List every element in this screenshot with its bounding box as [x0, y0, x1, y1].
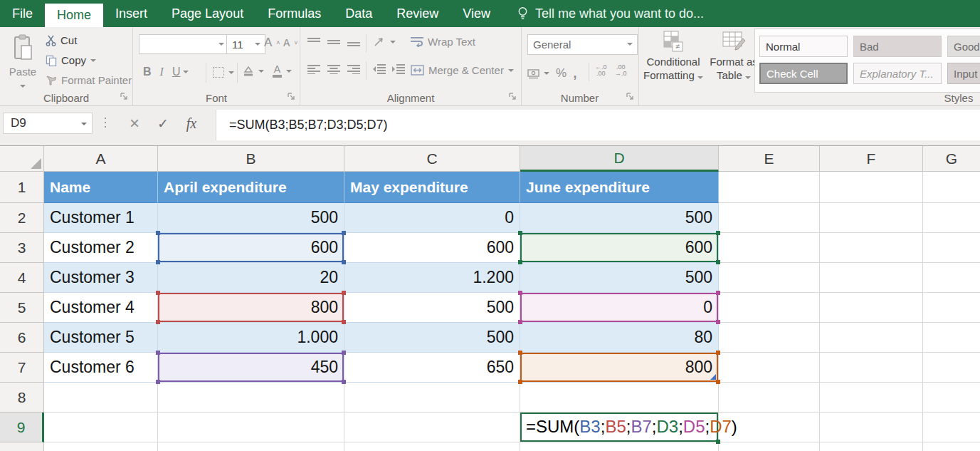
- cell-C3[interactable]: 600: [344, 233, 520, 263]
- cell-D9-editing[interactable]: =SUM( B3 ; B5 ; B7 ; D3 ; D5 ; D7 ): [520, 413, 719, 442]
- row-header-7[interactable]: 7: [0, 353, 44, 383]
- cell-A7[interactable]: Customer 6: [44, 353, 158, 383]
- font-name-combo[interactable]: [139, 34, 229, 54]
- align-right-icon[interactable]: [347, 64, 360, 74]
- cell-F5[interactable]: [820, 293, 923, 323]
- font-size-combo[interactable]: 11: [226, 34, 265, 54]
- row-header-1[interactable]: 1: [0, 172, 44, 203]
- cell-D5-highlighted[interactable]: 0: [520, 293, 719, 323]
- cell-G10[interactable]: [923, 442, 980, 451]
- cell-F1[interactable]: [820, 172, 923, 203]
- cell-G7[interactable]: [923, 353, 980, 383]
- cell-E3[interactable]: [719, 233, 820, 263]
- cell-G9[interactable]: [923, 413, 980, 442]
- row-header-2[interactable]: 2: [0, 203, 44, 233]
- cell-C10[interactable]: [344, 442, 520, 451]
- align-center-icon[interactable]: [327, 64, 340, 74]
- tab-view[interactable]: View: [451, 0, 502, 27]
- cell-C8[interactable]: [344, 383, 520, 413]
- cell-G5[interactable]: [923, 293, 980, 323]
- column-header-C[interactable]: C: [344, 146, 520, 172]
- underline-button[interactable]: U: [172, 66, 181, 78]
- row-header-5[interactable]: 5: [0, 293, 44, 323]
- fill-color-button[interactable]: [243, 66, 264, 77]
- cell-C7[interactable]: 650: [344, 353, 520, 383]
- align-left-icon[interactable]: [307, 64, 320, 74]
- row-header-10[interactable]: 10: [0, 442, 44, 451]
- select-all-corner[interactable]: [0, 146, 44, 172]
- column-header-A[interactable]: A: [44, 146, 158, 172]
- cell-B7-highlighted[interactable]: 450: [158, 353, 344, 383]
- copy-button[interactable]: Copy: [46, 54, 96, 66]
- comma-style-button[interactable]: ,: [573, 66, 576, 81]
- style-good[interactable]: Good: [947, 36, 980, 57]
- cell-F3[interactable]: [820, 233, 923, 263]
- conditional-formatting-button[interactable]: ≠ Conditional Formatting: [641, 30, 705, 82]
- tab-page-layout[interactable]: Page Layout: [159, 0, 255, 27]
- cell-G4[interactable]: [923, 263, 980, 293]
- alignment-dialog-launcher-icon[interactable]: [509, 93, 517, 101]
- cell-A4[interactable]: Customer 3: [44, 263, 158, 293]
- row-header-9[interactable]: 9: [0, 413, 44, 442]
- cell-E2[interactable]: [719, 203, 820, 233]
- cell-A5[interactable]: Customer 4: [44, 293, 158, 323]
- cell-F6[interactable]: [820, 323, 923, 353]
- cell-C9[interactable]: [344, 413, 520, 442]
- cell-B3-highlighted[interactable]: 600: [158, 233, 344, 263]
- cell-B6[interactable]: 1.000: [158, 323, 344, 353]
- accounting-format-icon[interactable]: [527, 68, 541, 79]
- shrink-font-button[interactable]: A˅: [283, 37, 298, 48]
- cell-B9[interactable]: [158, 413, 344, 442]
- cell-C6[interactable]: 500: [344, 323, 520, 353]
- style-input[interactable]: Input: [947, 63, 980, 84]
- row-header-6[interactable]: 6: [0, 323, 44, 353]
- clipboard-dialog-launcher-icon[interactable]: [120, 93, 129, 101]
- percent-style-button[interactable]: %: [556, 66, 567, 81]
- row-header-3[interactable]: 3: [0, 233, 44, 263]
- cell-A6[interactable]: Customer 5: [44, 323, 158, 353]
- name-box[interactable]: D9: [3, 113, 93, 134]
- increase-indent-icon[interactable]: [391, 64, 405, 74]
- cell-A10[interactable]: [44, 442, 158, 451]
- cell-D1[interactable]: June expenditure: [520, 172, 719, 203]
- cell-E7[interactable]: [719, 353, 820, 383]
- cell-C1[interactable]: May expenditure: [344, 172, 520, 203]
- align-middle-icon[interactable]: [327, 37, 340, 47]
- cell-D4[interactable]: 500: [520, 263, 719, 293]
- bold-button[interactable]: B: [143, 66, 152, 78]
- cell-B4[interactable]: 20: [158, 263, 344, 293]
- style-normal[interactable]: Normal: [759, 36, 848, 57]
- column-header-G[interactable]: G: [923, 146, 980, 172]
- cut-button[interactable]: Cut: [46, 34, 77, 46]
- cell-B1[interactable]: April expenditure: [158, 172, 344, 203]
- number-dialog-launcher-icon[interactable]: [626, 93, 635, 101]
- cell-B10[interactable]: [158, 442, 344, 451]
- enter-button[interactable]: ✓: [151, 113, 175, 134]
- cell-G8[interactable]: [923, 383, 980, 413]
- cell-B5-highlighted[interactable]: 800: [158, 293, 344, 323]
- cell-F7[interactable]: [820, 353, 923, 383]
- style-explanatory-text[interactable]: Explanatory T...: [853, 63, 942, 84]
- cell-G1[interactable]: [923, 172, 980, 203]
- cell-D6[interactable]: 80: [520, 323, 719, 353]
- cell-C4[interactable]: 1.200: [344, 263, 520, 293]
- paste-button[interactable]: Paste: [4, 31, 41, 100]
- insert-function-button[interactable]: fx: [179, 113, 204, 134]
- cell-E5[interactable]: [719, 293, 820, 323]
- column-header-E[interactable]: E: [719, 146, 820, 172]
- cell-G2[interactable]: [923, 203, 980, 233]
- column-header-D[interactable]: D: [520, 146, 719, 172]
- increase-decimal-button[interactable]: ←.0.00: [595, 64, 607, 77]
- cell-G3[interactable]: [923, 233, 980, 263]
- align-bottom-icon[interactable]: [347, 37, 360, 47]
- row-header-4[interactable]: 4: [0, 263, 44, 293]
- italic-button[interactable]: I: [160, 66, 164, 78]
- cell-B2[interactable]: 500: [158, 203, 344, 233]
- style-check-cell[interactable]: Check Cell: [759, 63, 848, 84]
- column-header-F[interactable]: F: [820, 146, 923, 172]
- font-dialog-launcher-icon[interactable]: [288, 93, 296, 101]
- tab-review[interactable]: Review: [384, 0, 451, 27]
- cell-C5[interactable]: 500: [344, 293, 520, 323]
- cell-F10[interactable]: [820, 442, 923, 451]
- cell-A8[interactable]: [44, 383, 158, 413]
